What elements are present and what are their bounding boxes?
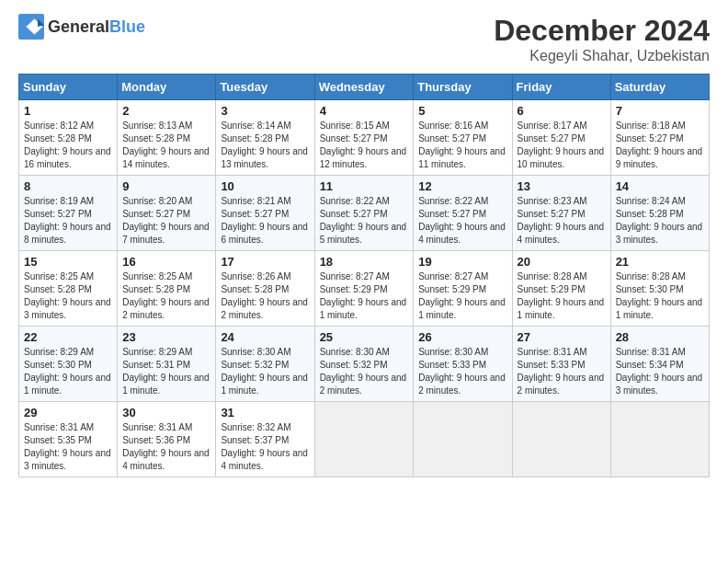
- day-number: 4: [320, 104, 409, 118]
- day-number: 19: [418, 255, 506, 269]
- calendar-cell: 12Sunrise: 8:22 AMSunset: 5:27 PMDayligh…: [414, 176, 512, 251]
- day-number: 5: [418, 104, 506, 118]
- day-info: Sunrise: 8:31 AMSunset: 5:34 PMDaylight:…: [616, 346, 704, 397]
- day-number: 22: [24, 330, 112, 344]
- logo-text: GeneralBlue: [48, 17, 145, 37]
- calendar-cell: 30Sunrise: 8:31 AMSunset: 5:36 PMDayligh…: [118, 402, 216, 477]
- day-number: 31: [221, 406, 309, 419]
- day-info: Sunrise: 8:18 AMSunset: 5:27 PMDaylight:…: [616, 120, 704, 171]
- day-number: 16: [122, 255, 210, 269]
- calendar-header-thursday: Thursday: [414, 75, 512, 100]
- calendar-header-friday: Friday: [512, 75, 610, 100]
- day-info: Sunrise: 8:20 AMSunset: 5:27 PMDaylight:…: [122, 195, 210, 247]
- day-info: Sunrise: 8:29 AMSunset: 5:30 PMDaylight:…: [24, 346, 112, 397]
- calendar-cell: [414, 402, 512, 477]
- calendar-week-row: 29Sunrise: 8:31 AMSunset: 5:35 PMDayligh…: [19, 402, 710, 477]
- day-info: Sunrise: 8:17 AMSunset: 5:27 PMDaylight:…: [518, 120, 606, 171]
- day-number: 20: [518, 255, 606, 269]
- day-number: 9: [122, 179, 210, 193]
- day-info: Sunrise: 8:27 AMSunset: 5:29 PMDaylight:…: [320, 270, 409, 322]
- day-info: Sunrise: 8:14 AMSunset: 5:28 PMDaylight:…: [221, 120, 309, 171]
- calendar-header-tuesday: Tuesday: [216, 75, 314, 100]
- calendar-cell: 2Sunrise: 8:13 AMSunset: 5:28 PMDaylight…: [118, 100, 216, 176]
- calendar-cell: 22Sunrise: 8:29 AMSunset: 5:30 PMDayligh…: [19, 327, 118, 402]
- day-info: Sunrise: 8:15 AMSunset: 5:27 PMDaylight:…: [320, 120, 409, 171]
- logo-general: General: [48, 17, 109, 36]
- calendar-cell: 15Sunrise: 8:25 AMSunset: 5:28 PMDayligh…: [19, 251, 118, 327]
- calendar-cell: 29Sunrise: 8:31 AMSunset: 5:35 PMDayligh…: [19, 402, 118, 477]
- day-info: Sunrise: 8:23 AMSunset: 5:27 PMDaylight:…: [518, 195, 606, 247]
- day-info: Sunrise: 8:28 AMSunset: 5:29 PMDaylight:…: [518, 270, 606, 322]
- day-info: Sunrise: 8:25 AMSunset: 5:28 PMDaylight:…: [122, 270, 210, 322]
- day-info: Sunrise: 8:27 AMSunset: 5:29 PMDaylight:…: [418, 270, 506, 322]
- location-subtitle: Kegeyli Shahar, Uzbekistan: [494, 48, 710, 64]
- day-number: 14: [616, 179, 704, 193]
- calendar-cell: [314, 402, 414, 477]
- calendar-cell: 25Sunrise: 8:30 AMSunset: 5:32 PMDayligh…: [314, 327, 414, 402]
- day-info: Sunrise: 8:30 AMSunset: 5:32 PMDaylight:…: [320, 346, 409, 397]
- day-number: 6: [518, 104, 606, 118]
- calendar-cell: 9Sunrise: 8:20 AMSunset: 5:27 PMDaylight…: [118, 176, 216, 251]
- calendar-header-row: SundayMondayTuesdayWednesdayThursdayFrid…: [19, 75, 710, 100]
- calendar-cell: 10Sunrise: 8:21 AMSunset: 5:27 PMDayligh…: [216, 176, 314, 251]
- day-info: Sunrise: 8:32 AMSunset: 5:37 PMDaylight:…: [221, 421, 309, 473]
- day-number: 15: [24, 255, 112, 269]
- page-container: GeneralBlue December 2024 Kegeyli Shahar…: [0, 0, 728, 487]
- calendar-cell: 24Sunrise: 8:30 AMSunset: 5:32 PMDayligh…: [216, 327, 314, 402]
- calendar-cell: 3Sunrise: 8:14 AMSunset: 5:28 PMDaylight…: [216, 100, 314, 176]
- calendar-header-saturday: Saturday: [610, 75, 709, 100]
- day-number: 3: [221, 104, 309, 118]
- calendar-cell: 20Sunrise: 8:28 AMSunset: 5:29 PMDayligh…: [512, 251, 610, 327]
- calendar-cell: 26Sunrise: 8:30 AMSunset: 5:33 PMDayligh…: [414, 327, 512, 402]
- calendar-cell: 4Sunrise: 8:15 AMSunset: 5:27 PMDaylight…: [314, 100, 414, 176]
- day-info: Sunrise: 8:21 AMSunset: 5:27 PMDaylight:…: [221, 195, 309, 247]
- calendar-cell: 13Sunrise: 8:23 AMSunset: 5:27 PMDayligh…: [512, 176, 610, 251]
- calendar-cell: 19Sunrise: 8:27 AMSunset: 5:29 PMDayligh…: [414, 251, 512, 327]
- day-info: Sunrise: 8:26 AMSunset: 5:28 PMDaylight:…: [221, 270, 309, 322]
- day-info: Sunrise: 8:30 AMSunset: 5:33 PMDaylight:…: [418, 346, 506, 397]
- day-number: 12: [418, 179, 506, 193]
- day-info: Sunrise: 8:30 AMSunset: 5:32 PMDaylight:…: [221, 346, 309, 397]
- calendar-cell: 31Sunrise: 8:32 AMSunset: 5:37 PMDayligh…: [216, 402, 314, 477]
- day-number: 21: [616, 255, 704, 269]
- logo-icon: [18, 14, 44, 40]
- day-info: Sunrise: 8:29 AMSunset: 5:31 PMDaylight:…: [122, 346, 210, 397]
- calendar-week-row: 15Sunrise: 8:25 AMSunset: 5:28 PMDayligh…: [19, 251, 710, 327]
- calendar-cell: 14Sunrise: 8:24 AMSunset: 5:28 PMDayligh…: [610, 176, 709, 251]
- calendar-cell: 8Sunrise: 8:19 AMSunset: 5:27 PMDaylight…: [19, 176, 118, 251]
- day-number: 18: [320, 255, 409, 269]
- day-number: 2: [122, 104, 210, 118]
- logo: GeneralBlue: [18, 14, 145, 40]
- day-info: Sunrise: 8:22 AMSunset: 5:27 PMDaylight:…: [418, 195, 506, 247]
- calendar-cell: 16Sunrise: 8:25 AMSunset: 5:28 PMDayligh…: [118, 251, 216, 327]
- day-number: 7: [616, 104, 704, 118]
- month-year-title: December 2024: [494, 14, 710, 48]
- logo-blue: Blue: [109, 17, 145, 36]
- day-info: Sunrise: 8:13 AMSunset: 5:28 PMDaylight:…: [122, 120, 210, 171]
- calendar-cell: 6Sunrise: 8:17 AMSunset: 5:27 PMDaylight…: [512, 100, 610, 176]
- calendar-cell: 11Sunrise: 8:22 AMSunset: 5:27 PMDayligh…: [314, 176, 414, 251]
- calendar-cell: 27Sunrise: 8:31 AMSunset: 5:33 PMDayligh…: [512, 327, 610, 402]
- day-info: Sunrise: 8:31 AMSunset: 5:35 PMDaylight:…: [24, 421, 112, 473]
- calendar-table: SundayMondayTuesdayWednesdayThursdayFrid…: [18, 74, 710, 477]
- day-number: 10: [221, 179, 309, 193]
- calendar-cell: [512, 402, 610, 477]
- calendar-cell: 1Sunrise: 8:12 AMSunset: 5:28 PMDaylight…: [19, 100, 118, 176]
- day-number: 1: [24, 104, 112, 118]
- day-number: 24: [221, 330, 309, 344]
- calendar-cell: [610, 402, 709, 477]
- day-info: Sunrise: 8:28 AMSunset: 5:30 PMDaylight:…: [616, 270, 704, 322]
- day-number: 13: [518, 179, 606, 193]
- day-number: 29: [24, 406, 112, 419]
- calendar-cell: 5Sunrise: 8:16 AMSunset: 5:27 PMDaylight…: [414, 100, 512, 176]
- calendar-cell: 17Sunrise: 8:26 AMSunset: 5:28 PMDayligh…: [216, 251, 314, 327]
- day-info: Sunrise: 8:16 AMSunset: 5:27 PMDaylight:…: [418, 120, 506, 171]
- day-info: Sunrise: 8:31 AMSunset: 5:33 PMDaylight:…: [518, 346, 606, 397]
- calendar-cell: 18Sunrise: 8:27 AMSunset: 5:29 PMDayligh…: [314, 251, 414, 327]
- day-info: Sunrise: 8:24 AMSunset: 5:28 PMDaylight:…: [616, 195, 704, 247]
- calendar-cell: 23Sunrise: 8:29 AMSunset: 5:31 PMDayligh…: [118, 327, 216, 402]
- calendar-week-row: 22Sunrise: 8:29 AMSunset: 5:30 PMDayligh…: [19, 327, 710, 402]
- calendar-header-sunday: Sunday: [19, 75, 118, 100]
- day-number: 26: [418, 330, 506, 344]
- header: GeneralBlue December 2024 Kegeyli Shahar…: [18, 14, 710, 64]
